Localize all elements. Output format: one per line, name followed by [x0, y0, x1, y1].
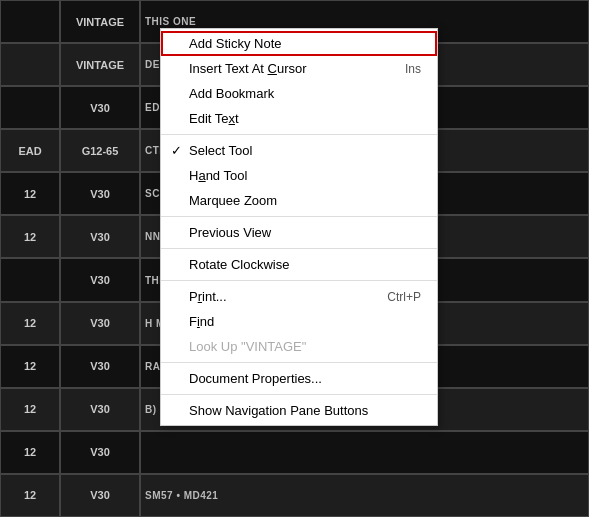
cell: EAD: [0, 129, 60, 172]
cell: V30: [60, 86, 140, 129]
menu-item-select-tool[interactable]: Select Tool: [161, 138, 437, 163]
menu-item-insert-text-at-cursor[interactable]: Insert Text At Cursor Ins: [161, 56, 437, 81]
cell: V30: [60, 172, 140, 215]
menu-separator: [161, 280, 437, 281]
cell: [140, 431, 589, 474]
menu-item-shortcut: Ctrl+P: [367, 290, 421, 304]
menu-separator: [161, 248, 437, 249]
menu-item-label: Hand Tool: [189, 168, 247, 183]
menu-item-document-properties[interactable]: Document Properties...: [161, 366, 437, 391]
context-menu: Add Sticky Note Insert Text At Cursor In…: [160, 28, 438, 426]
menu-item-label: Show Navigation Pane Buttons: [189, 403, 368, 418]
menu-separator: [161, 216, 437, 217]
menu-item-previous-view[interactable]: Previous View: [161, 220, 437, 245]
cell: V30: [60, 258, 140, 301]
cell: G12-65: [60, 129, 140, 172]
menu-item-label: Document Properties...: [189, 371, 322, 386]
menu-item-label: Add Bookmark: [189, 86, 274, 101]
cell: V30: [60, 215, 140, 258]
menu-item-shortcut: Ins: [385, 62, 421, 76]
menu-item-label: Previous View: [189, 225, 271, 240]
menu-item-marquee-zoom[interactable]: Marquee Zoom: [161, 188, 437, 213]
menu-item-print[interactable]: Print... Ctrl+P: [161, 284, 437, 309]
menu-item-label: Select Tool: [189, 143, 252, 158]
cell: SM57 • MD421: [140, 474, 589, 517]
menu-item-rotate-clockwise[interactable]: Rotate Clockwise: [161, 252, 437, 277]
menu-item-label: Insert Text At Cursor: [189, 61, 307, 76]
cell: [0, 0, 60, 43]
menu-item-label: Print...: [189, 289, 227, 304]
cell: [0, 258, 60, 301]
cell: VINTAGE: [60, 43, 140, 86]
menu-item-add-bookmark[interactable]: Add Bookmark: [161, 81, 437, 106]
menu-item-label: Add Sticky Note: [189, 36, 282, 51]
menu-item-look-up: Look Up "VINTAGE": [161, 334, 437, 359]
menu-separator: [161, 394, 437, 395]
cell: V30: [60, 431, 140, 474]
menu-item-find[interactable]: Find: [161, 309, 437, 334]
menu-item-add-sticky-note[interactable]: Add Sticky Note: [161, 31, 437, 56]
menu-item-hand-tool[interactable]: Hand Tool: [161, 163, 437, 188]
cell: 12: [0, 172, 60, 215]
cell: 12: [0, 302, 60, 345]
cell: V30: [60, 345, 140, 388]
menu-item-label: Edit Text: [189, 111, 239, 126]
menu-item-label: Marquee Zoom: [189, 193, 277, 208]
menu-item-label: Find: [189, 314, 214, 329]
cell: 12: [0, 474, 60, 517]
cell: 12: [0, 431, 60, 474]
cell: [0, 86, 60, 129]
menu-separator: [161, 362, 437, 363]
cell: V30: [60, 302, 140, 345]
cell: V30: [60, 474, 140, 517]
cell: 12: [0, 388, 60, 431]
cell: 12: [0, 215, 60, 258]
menu-item-edit-text[interactable]: Edit Text: [161, 106, 437, 131]
menu-separator: [161, 134, 437, 135]
cell: VINTAGE: [60, 0, 140, 43]
menu-item-label: Rotate Clockwise: [189, 257, 289, 272]
cell: V30: [60, 388, 140, 431]
cell: [0, 43, 60, 86]
menu-item-show-navigation-pane-buttons[interactable]: Show Navigation Pane Buttons: [161, 398, 437, 423]
menu-item-label: Look Up "VINTAGE": [189, 339, 306, 354]
cell: 12: [0, 345, 60, 388]
